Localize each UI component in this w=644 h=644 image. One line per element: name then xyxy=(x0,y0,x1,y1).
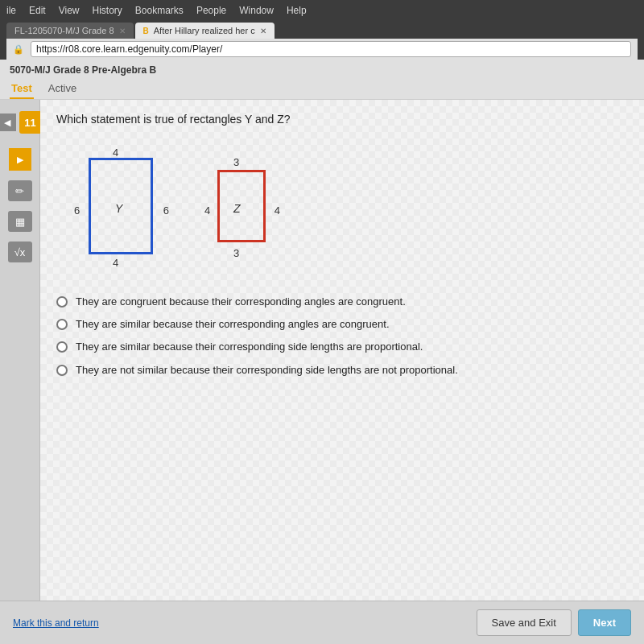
menu-edit[interactable]: Edit xyxy=(29,5,46,16)
save-exit-button[interactable]: Save and Exit xyxy=(477,609,572,636)
choice-1-text: They are congruent because their corresp… xyxy=(76,295,406,309)
tab-1-close[interactable]: ✕ xyxy=(119,27,126,35)
tab-2-label: After Hillary realized her c xyxy=(154,26,255,35)
browser-chrome: ile Edit View History Bookmarks People W… xyxy=(0,0,644,60)
choices: They are congruent because their corresp… xyxy=(56,295,628,378)
rect-y-wrapper: 4 4 6 6 Y xyxy=(72,142,169,270)
question-layout: ◀ 11 ▶ ✏ ▦ √x Which statement is true of… xyxy=(0,100,644,601)
question-number: 11 xyxy=(19,111,42,134)
bottom-bar: Mark this and return Save and Exit Next xyxy=(0,601,644,644)
menu-window[interactable]: Window xyxy=(239,5,274,16)
next-button[interactable]: Next xyxy=(578,609,631,636)
app-title: 5070-M/J Grade 8 Pre-Algebra B xyxy=(10,64,634,76)
rect-z-top-label: 3 xyxy=(233,156,239,168)
tab-1-label: FL-1205070-M/J Grade 8 xyxy=(14,26,114,35)
tab-2-close[interactable]: ✕ xyxy=(260,27,266,35)
app-tabs: Test Active xyxy=(10,79,634,99)
menu-bar: ile Edit View History Bookmarks People W… xyxy=(6,3,638,19)
rect-z-right-label: 4 xyxy=(275,204,280,217)
app-header: 5070-M/J Grade 8 Pre-Algebra B Test Acti… xyxy=(0,60,644,100)
formula-tool[interactable]: √x xyxy=(8,242,32,262)
address-bar-row: 🔒 https://r08.core.learn.edgenuity.com/P… xyxy=(6,39,638,60)
rect-z xyxy=(217,170,266,242)
diagram-area: 4 4 6 6 Y 3 3 4 4 Z xyxy=(56,142,628,270)
menu-history[interactable]: History xyxy=(93,5,122,16)
rect-z-center-label: Z xyxy=(233,202,241,215)
tab-active[interactable]: Active xyxy=(47,79,78,99)
rect-y-center-label: Y xyxy=(115,202,122,215)
rect-y-right-label: 6 xyxy=(163,204,169,217)
tabs-bar: FL-1205070-M/J Grade 8 ✕ B After Hillary… xyxy=(6,23,638,39)
choice-2-text: They are similar because their correspon… xyxy=(76,317,390,332)
lock-icon: 🔒 xyxy=(13,44,24,55)
menu-file[interactable]: ile xyxy=(6,5,16,16)
choice-4[interactable]: They are not similar because their corre… xyxy=(56,363,628,378)
choice-4-text: They are not similar because their corre… xyxy=(76,363,458,378)
rect-z-left-label: 4 xyxy=(204,204,210,217)
tab-1[interactable]: FL-1205070-M/J Grade 8 ✕ xyxy=(6,23,134,39)
calculator-tool[interactable]: ▦ xyxy=(8,211,32,232)
radio-4[interactable] xyxy=(56,365,68,376)
address-bar[interactable]: https://r08.core.learn.edgenuity.com/Pla… xyxy=(31,41,631,57)
rect-y-bottom-label: 4 xyxy=(113,257,118,269)
pencil-tool[interactable]: ✏ xyxy=(8,180,32,201)
screen: ile Edit View History Bookmarks People W… xyxy=(0,0,644,644)
tab-2-icon: B xyxy=(143,27,149,35)
choice-2[interactable]: They are similar because their correspon… xyxy=(56,317,628,332)
next-question-btn[interactable]: ▶ xyxy=(9,148,31,171)
left-sidebar: ◀ 11 ▶ ✏ ▦ √x xyxy=(0,100,40,601)
browser-content: 5070-M/J Grade 8 Pre-Algebra B Test Acti… xyxy=(0,60,644,644)
radio-2[interactable] xyxy=(56,319,68,330)
radio-3[interactable] xyxy=(56,341,68,353)
menu-help[interactable]: Help xyxy=(287,5,307,16)
tab-test[interactable]: Test xyxy=(10,79,34,99)
radio-1[interactable] xyxy=(56,296,68,308)
menu-view[interactable]: View xyxy=(59,5,80,16)
prev-question-btn[interactable]: ◀ xyxy=(0,114,16,131)
question-content: Which statement is true of rectangles Y … xyxy=(56,113,628,378)
mark-return-link[interactable]: Mark this and return xyxy=(13,617,99,629)
menu-people[interactable]: People xyxy=(196,5,226,16)
rect-y-top-label: 4 xyxy=(113,147,118,159)
rect-y-left-label: 6 xyxy=(74,204,80,217)
question-panel: Which statement is true of rectangles Y … xyxy=(40,100,644,601)
bottom-buttons: Save and Exit Next xyxy=(477,609,631,636)
question-text: Which statement is true of rectangles Y … xyxy=(56,113,628,126)
tab-2[interactable]: B After Hillary realized her c ✕ xyxy=(135,23,275,39)
choice-1[interactable]: They are congruent because their corresp… xyxy=(56,295,628,309)
choice-3[interactable]: They are similar because their correspon… xyxy=(56,340,628,354)
menu-bookmarks[interactable]: Bookmarks xyxy=(135,5,184,16)
rect-z-bottom-label: 3 xyxy=(233,247,239,259)
rect-z-wrapper: 3 3 4 4 Z xyxy=(201,150,282,262)
choice-3-text: They are similar because their correspon… xyxy=(76,340,423,354)
